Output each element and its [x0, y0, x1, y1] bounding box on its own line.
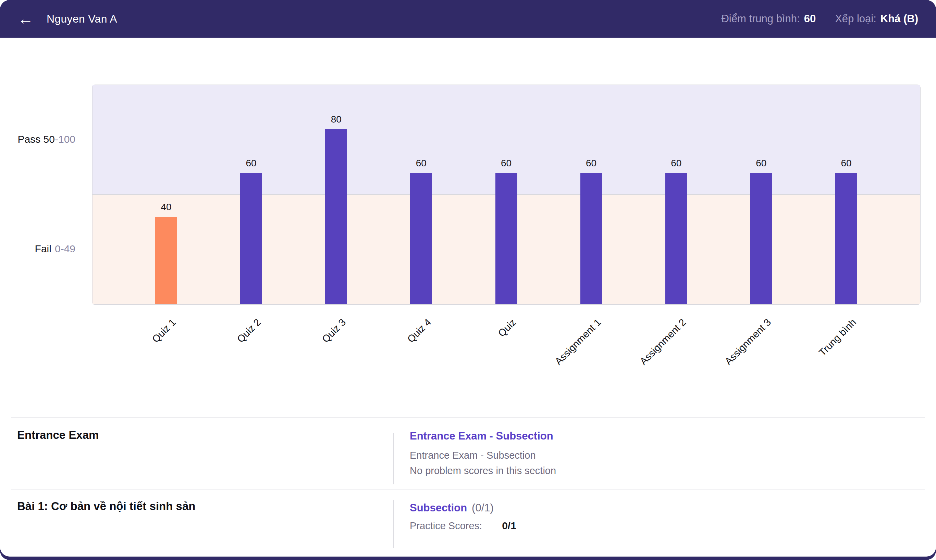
- average-score-value: 60: [804, 13, 816, 25]
- practice-scores-row: Practice Scores: 0/1: [410, 520, 516, 532]
- fail-range: 0-49: [55, 243, 76, 254]
- x-axis-label: Assignment 2: [638, 317, 689, 367]
- average-score-stat: Điểm trung bình: 60: [721, 13, 816, 25]
- section-divider: [11, 489, 925, 490]
- bar-trung-bình: [835, 173, 857, 304]
- bar-quiz-4: [410, 173, 432, 304]
- section-column-divider: [393, 433, 394, 485]
- section-title-bai-1: Bài 1: Cơ bản về nội tiết sinh sản: [17, 500, 195, 513]
- header: ← Nguyen Van A Điểm trung bình: 60 Xếp l…: [0, 0, 936, 38]
- subsection-detail-line: Entrance Exam - Subsection: [410, 450, 536, 461]
- subsection-link-entrance-exam[interactable]: Entrance Exam - Subsection: [410, 430, 553, 442]
- student-name: Nguyen Van A: [46, 13, 117, 25]
- chart-plot: 406080606060606060: [92, 85, 921, 305]
- section-divider: [11, 417, 925, 418]
- y-label-fail: Fail0-49: [0, 242, 76, 256]
- pass-label: Pass 50: [18, 134, 55, 145]
- bar-value-label: 60: [486, 157, 527, 169]
- x-axis-label: Assignment 1: [553, 317, 603, 367]
- x-axis-label: Quiz 1: [150, 317, 179, 345]
- back-arrow-icon[interactable]: ←: [18, 11, 39, 27]
- section-column-divider: [393, 500, 394, 548]
- bar-quiz-3: [325, 129, 347, 304]
- practice-scores-value: 0/1: [502, 520, 516, 532]
- bar-value-label: 60: [231, 157, 272, 169]
- practice-scores-label: Practice Scores:: [410, 520, 482, 532]
- x-axis-label: Trung bình: [817, 317, 859, 358]
- subsection-no-scores-line: No problem scores in this section: [410, 465, 556, 477]
- x-axis-label: Quiz: [496, 317, 518, 339]
- average-score-label: Điểm trung bình:: [721, 13, 800, 25]
- x-axis-label: Quiz 4: [405, 317, 433, 345]
- bar-assignment-1: [580, 173, 602, 304]
- content-card: Pass 50-100 Fail0-49 406080606060606060 …: [0, 38, 936, 557]
- chart-x-labels: Quiz 1Quiz 2Quiz 3Quiz 4QuizAssignment 1…: [92, 317, 919, 389]
- y-label-pass: Pass 50-100: [0, 132, 76, 146]
- fail-label: Fail: [35, 243, 51, 254]
- subsection-link-bai-1[interactable]: Subsection: [410, 502, 467, 514]
- bar-assignment-3: [750, 173, 772, 304]
- grade-label: Xếp loại:: [835, 13, 876, 25]
- bar-quiz: [495, 173, 517, 304]
- grade-value: Khá (B): [880, 13, 918, 25]
- x-axis-label: Assignment 3: [723, 317, 774, 367]
- bar-value-label: 60: [741, 157, 782, 169]
- subsection-attempts: (0/1): [472, 502, 494, 514]
- grade-stat: Xếp loại: Khá (B): [835, 13, 918, 25]
- bar-value-label: 60: [656, 157, 697, 169]
- bar-value-label: 60: [401, 157, 442, 169]
- bar-value-label: 40: [146, 201, 187, 213]
- bar-value-label: 60: [571, 157, 612, 169]
- pass-range: -100: [55, 134, 76, 145]
- header-stats: Điểm trung bình: 60 Xếp loại: Khá (B): [721, 13, 918, 25]
- bar-assignment-2: [665, 173, 687, 304]
- progress-page: ← Nguyen Van A Điểm trung bình: 60 Xếp l…: [0, 0, 936, 560]
- bar-quiz-2: [240, 173, 262, 304]
- x-axis-label: Quiz 2: [235, 317, 264, 345]
- subsection-row: Subsection (0/1): [410, 502, 494, 514]
- section-title-entrance-exam: Entrance Exam: [17, 429, 99, 442]
- bar-value-label: 80: [316, 113, 357, 126]
- bar-value-label: 60: [826, 157, 867, 169]
- bar-quiz-1: [155, 217, 177, 304]
- x-axis-label: Quiz 3: [320, 317, 348, 345]
